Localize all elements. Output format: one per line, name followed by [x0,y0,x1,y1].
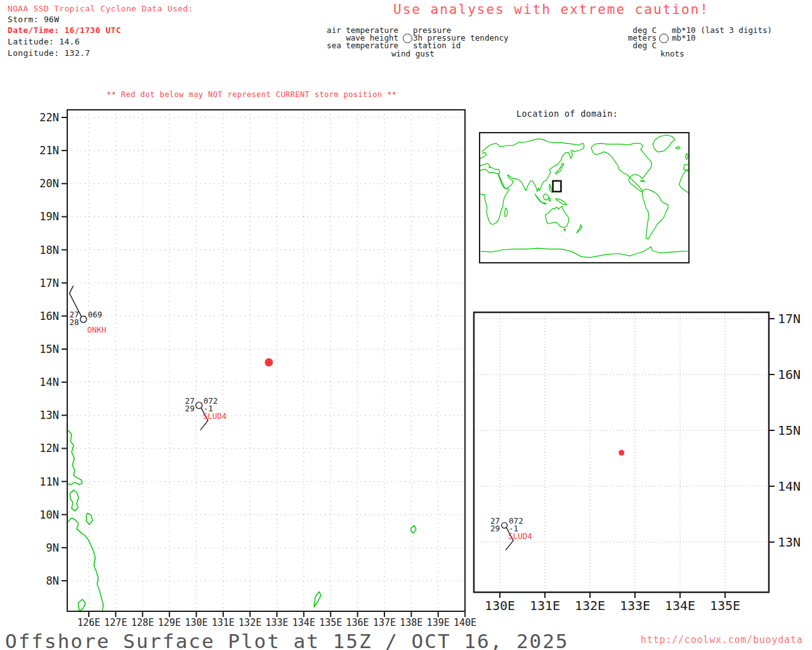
longitude-line: Longitude: 132.7 [8,49,90,58]
x-tick-label: 131E [530,598,560,613]
y-tick-label: 8N [46,574,59,587]
coastline [78,599,86,611]
station-sea-temp: 28 [69,317,79,327]
y-tick-label: 17N [39,277,59,289]
coastline [68,518,103,611]
x-tick-label: 126E [77,617,100,628]
legend-sea-temperature: sea temperature [285,41,398,50]
station-circle [81,316,87,322]
y-tick-label: 9N [46,541,59,554]
data-source-line: NOAA SSD Tropical Cyclone Data Used: [8,4,193,14]
y-tick-label: 13N [778,534,801,550]
station-circle [196,402,202,409]
storm-position-dot [619,450,624,456]
x-tick-label: 131E [212,617,235,628]
x-tick-label: 139E [427,617,450,628]
plot-title: Offshore Surface Plot at 15Z / OCT 16, 2… [5,630,569,650]
world-coastline [564,229,566,231]
station-id: SLUD4 [203,411,227,421]
caution-title: Use analyses with extreme caution! [393,2,709,17]
y-tick-label: 22N [39,111,59,124]
y-tick-label: 17N [778,311,801,326]
coastline [411,526,416,533]
station-id: ONKH [88,325,107,335]
y-tick-label: 14N [778,479,801,494]
x-tick-label: 138E [400,617,422,628]
world-coastline [549,184,553,192]
y-tick-label: 16N [778,367,801,382]
world-map-border [480,133,689,263]
x-tick-label: 129E [158,617,181,628]
storm-position-warning: ** Red dot below may NOT represent CURRE… [107,91,396,100]
station-circle [502,522,508,528]
y-tick-label: 20N [39,177,59,190]
y-tick-label: 15N [778,423,801,438]
world-coastline [481,247,688,258]
offshore-surface-plot-page: 126E127E128E129E130E131E132E133E134E135E… [0,0,812,650]
y-tick-label: 10N [39,508,59,521]
world-coastline [676,147,680,149]
storm-position-dot [265,358,273,366]
y-tick-label: 21N [39,144,59,157]
world-coastline [640,180,645,182]
y-tick-label: 18N [39,244,59,256]
x-tick-label: 135E [319,617,342,628]
x-tick-label: 134E [292,617,315,628]
y-tick-label: 11N [39,475,59,488]
domain-box [553,181,561,192]
domain-inset-title: Location of domain: [516,109,618,119]
y-tick-label: 12N [39,442,59,454]
x-tick-label: 132E [575,598,605,613]
world-coastline [684,164,689,170]
x-tick-label: 127E [104,617,127,628]
legend-sea-temp-units: deg C [571,41,657,50]
world-coastline [686,154,688,160]
x-tick-label: 140E [454,617,476,628]
coastline [70,490,79,511]
legend-gust-units: knots [660,50,684,58]
world-coastline [556,199,566,205]
y-tick-label: 14N [39,376,59,388]
world-coastline [679,170,689,193]
x-tick-label: 135E [710,598,740,613]
world-coastline [480,139,584,192]
world-coastline [549,198,551,202]
datetime-line: Date/Time: 16/1730 UTC [8,26,121,36]
station-id: SLUD4 [508,531,532,541]
coastline [86,513,93,524]
world-coastline [504,208,508,216]
source-url[interactable]: http://coolwx.com/buoydata [641,635,803,646]
world-coastline [643,189,668,239]
station-model-circle-icon [403,34,412,43]
y-tick-label: 19N [39,210,59,223]
x-tick-label: 130E [185,617,207,628]
world-coastline [591,143,652,192]
legend-tendency-units: mb*10 [672,34,696,43]
x-tick-label: 133E [265,617,288,628]
legend-wind-gust: wind gust [391,50,435,58]
y-tick-label: 16N [39,310,59,322]
station-sea-temp: 29 [490,524,500,533]
coastline [314,592,321,607]
units-circle-icon [659,34,669,43]
x-tick-label: 133E [620,598,650,613]
world-coastline [546,206,569,228]
x-tick-label: 128E [131,617,154,628]
storm-id-line: Storm: 96W [8,15,59,25]
world-coastline [543,194,549,201]
world-coastline [535,194,546,204]
y-tick-label: 15N [39,343,59,355]
world-coastline [653,135,675,152]
station-sea-temp: 29 [185,404,195,413]
latitude-line: Latitude: 14.6 [8,37,80,47]
y-tick-label: 13N [39,409,59,421]
x-tick-label: 132E [239,617,261,628]
x-tick-label: 137E [373,617,396,628]
world-coastline [577,225,582,233]
coastline [68,430,82,485]
station-pressure: 069 [88,310,103,319]
x-tick-label: 130E [485,598,515,613]
x-tick-label: 134E [665,598,695,613]
x-tick-label: 136E [346,617,369,628]
